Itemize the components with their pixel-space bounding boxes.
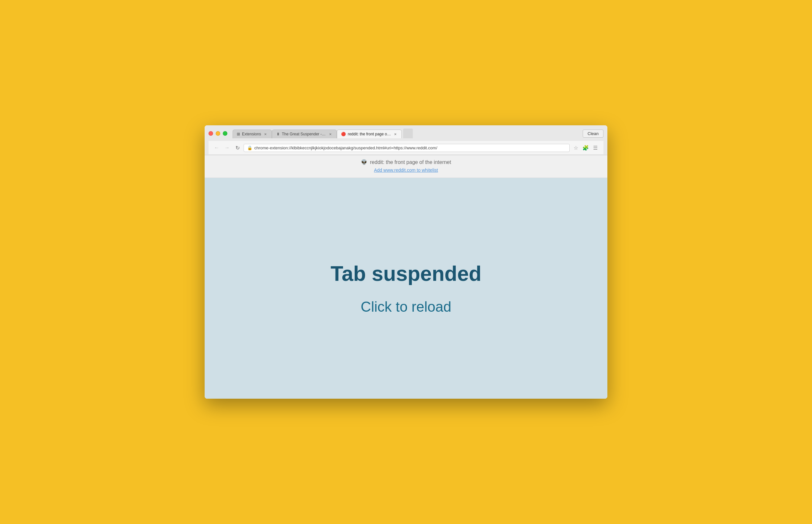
tab-great-suspender[interactable]: ⏸ The Great Suspender - Ch… ✕ <box>272 130 337 138</box>
extensions-icon[interactable]: 🧩 <box>581 144 590 152</box>
forward-button[interactable]: → <box>223 144 231 152</box>
traffic-lights <box>209 131 227 136</box>
new-tab-button[interactable] <box>403 129 413 138</box>
click-to-reload-text: Click to reload <box>361 299 452 315</box>
site-title: 👽 reddit: the front page of the internet <box>211 159 601 165</box>
address-bar-actions: ☆ 🧩 ☰ <box>572 144 600 152</box>
browser-window: ⊞ Extensions ✕ ⏸ The Great Suspender - C… <box>205 125 607 399</box>
extensions-tab-title: Extensions <box>242 132 261 136</box>
great-suspender-tab-icon: ⏸ <box>276 132 280 136</box>
back-button[interactable]: ← <box>212 144 221 152</box>
tab-reddit[interactable]: 🔴 reddit: the front page of th… ✕ <box>337 130 402 138</box>
title-bar: ⊞ Extensions ✕ ⏸ The Great Suspender - C… <box>205 125 607 155</box>
minimize-button[interactable] <box>216 131 220 136</box>
tab-suspended-heading: Tab suspended <box>331 262 482 286</box>
tab-bar: ⊞ Extensions ✕ ⏸ The Great Suspender - C… <box>232 129 583 138</box>
info-bar: 👽 reddit: the front page of the internet… <box>205 155 607 178</box>
url-bar[interactable]: 🔒 chrome-extension://klbibkeccnjlkjkiokj… <box>244 144 570 152</box>
reddit-tab-close[interactable]: ✕ <box>393 132 397 136</box>
extensions-tab-icon: ⊞ <box>237 132 240 136</box>
great-suspender-tab-close[interactable]: ✕ <box>328 132 332 136</box>
great-suspender-tab-title: The Great Suspender - Ch… <box>282 132 326 136</box>
address-bar: ← → ↻ 🔒 chrome-extension://klbibkeccnjlk… <box>209 141 603 155</box>
maximize-button[interactable] <box>223 131 227 136</box>
tab-extensions[interactable]: ⊞ Extensions ✕ <box>232 130 272 138</box>
reload-button[interactable]: ↻ <box>233 144 242 152</box>
bookmark-icon[interactable]: ☆ <box>572 144 580 152</box>
close-button[interactable] <box>209 131 213 136</box>
whitelist-link[interactable]: Add www.reddit.com to whitelist <box>374 167 438 173</box>
clean-button[interactable]: Clean <box>583 130 603 138</box>
url-text: chrome-extension://klbibkeccnjlkjkiokjod… <box>254 145 566 150</box>
url-secure-icon: 🔒 <box>247 145 253 150</box>
site-title-text: reddit: the front page of the internet <box>370 159 451 165</box>
extensions-tab-close[interactable]: ✕ <box>263 132 267 136</box>
menu-icon[interactable]: ☰ <box>591 144 600 152</box>
reddit-tab-icon: 🔴 <box>341 132 346 136</box>
main-content[interactable]: Tab suspended Click to reload <box>205 178 607 399</box>
reddit-icon: 👽 <box>361 159 367 165</box>
reddit-tab-title: reddit: the front page of th… <box>348 132 391 136</box>
